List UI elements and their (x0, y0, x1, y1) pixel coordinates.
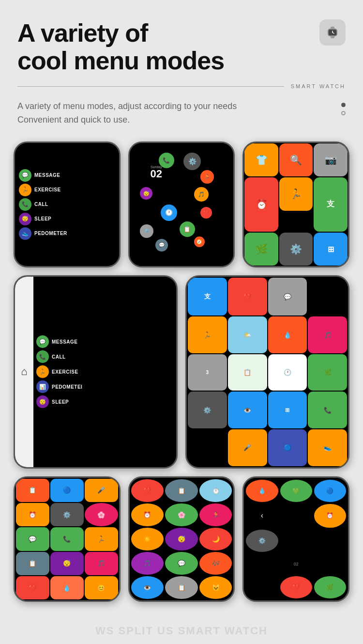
slide-label-message: MESSAGE (52, 339, 78, 345)
watch-7: ❤️ 📋 ⏱️ ⏰ 🌸 🏃 ☀️ 😴 🌙 🎵 💬 🎶 👁️ 📋 🐱 (128, 476, 235, 602)
g5-num: 3 (188, 354, 227, 391)
w7-c13: 👁️ (131, 576, 164, 599)
w6-c11: 😴 (50, 552, 84, 575)
watch-7-grid: ❤️ 📋 ⏱️ ⏰ 🌸 🏃 ☀️ 😴 🌙 🎵 💬 🎶 👁️ 📋 🐱 (130, 478, 234, 601)
watermark: WS SPLIT US SMART WATCH (0, 625, 363, 637)
w7-c5: 🌸 (165, 503, 198, 526)
slide-item-exercise: 🏃 EXERCISE (36, 365, 173, 378)
watch-row-3: 📋 🔵 🎤 ⏰ ⚙️ 🌸 💬 📞 🏃 📋 😴 🎵 ❤️ 💧 😊 (14, 476, 349, 602)
watches-grid: 💬 MESSAGE 🏃 EXERCISE 📞 CALL 😴 SLEEP (0, 127, 363, 619)
page-header: A variety of cool menu modes (0, 0, 363, 75)
pagination-dots (341, 100, 346, 115)
w8-c1: 💧 (246, 480, 278, 502)
bubble-music: 🎵 (194, 187, 209, 202)
cell-gear: ⚙️ (279, 233, 313, 265)
divider-row: SMART WATCH (0, 75, 363, 89)
slide-arrow: ⌂ (15, 277, 33, 467)
watch-4: ⌂ 💬 MESSAGE 📞 CALL 🏃 EXERC (14, 275, 178, 469)
w7-c11: 💬 (165, 552, 198, 575)
w7-c3: ⏱️ (199, 479, 232, 502)
g5-gear: ⚙️ (188, 392, 227, 428)
watch-7-screen: ❤️ 📋 ⏱️ ⏰ 🌸 🏃 ☀️ 😴 🌙 🎵 💬 🎶 👁️ 📋 🐱 (130, 478, 234, 601)
w7-c10: 🎵 (131, 552, 164, 575)
bubble-settings2: ⚙️ (140, 224, 153, 238)
w8-c7: 🌿 (314, 576, 346, 598)
w7-c15: 🐱 (199, 576, 232, 599)
menu-item-exercise: 🏃 EXERCISE (19, 184, 115, 196)
cell-search: 🔍 (279, 143, 313, 176)
w6-c10: 📋 (16, 552, 49, 575)
g5-clock: 🕐 (268, 354, 307, 391)
menu-item-message: 💬 MESSAGE (19, 169, 115, 182)
menu-label-sleep: SLEEP (34, 216, 51, 221)
watch-5-screen: 支 ❤️ 💬 🏃 🌤️ 💧 🎵 3 📋 🕐 🌿 ⚙️ 👁️ ⊞ 📞 (187, 277, 348, 467)
watch-icon-box (319, 19, 346, 46)
slide-item-sleep: 😴 SLEEP (36, 395, 173, 408)
watch-2-screen: Sunday 02 ⚙️ 📞 🏃 😴 🎵 🕐 ❤️ ⚙️ 📋 💬 🧭 (130, 143, 234, 266)
g5-grid: ⊞ (268, 392, 307, 428)
watch-1-list-menu: 💬 MESSAGE 🏃 EXERCISE 📞 CALL 😴 SLEEP (15, 143, 119, 266)
watch-6: 📋 🔵 🎤 ⏰ ⚙️ 🌸 💬 📞 🏃 📋 😴 🎵 ❤️ 💧 😊 (14, 476, 121, 602)
g5-heart: ❤️ (228, 278, 267, 316)
g5-pedo: 👟 (308, 429, 347, 466)
watch-logo-icon (325, 25, 340, 40)
w8-c3: 🔵 (314, 480, 346, 502)
watch-3: 👕 🔍 📷 ⏰ 🏃 支 🌿 ⚙️ ⊞ (242, 141, 349, 267)
w6-c8: 📞 (50, 527, 84, 550)
watch-3-grid: 👕 🔍 📷 ⏰ 🏃 支 🌿 ⚙️ ⊞ (244, 143, 348, 266)
w7-c8: 😴 (165, 528, 198, 550)
w8-blank4 (246, 554, 278, 574)
exercise-icon: 🏃 (19, 184, 31, 196)
g5-blank1 (188, 429, 227, 466)
w7-c1: ❤️ (131, 479, 164, 502)
title-block: A variety of cool menu modes (17, 19, 224, 75)
w8-blank5 (314, 554, 346, 574)
menu-label-message: MESSAGE (34, 173, 60, 178)
w6-c2: 🔵 (50, 479, 84, 502)
message-icon: 💬 (19, 169, 31, 182)
description-text: A variety of menu modes, adjust accordin… (17, 100, 269, 127)
cell-camera: 📷 (314, 143, 348, 176)
w6-c4: ⏰ (16, 503, 49, 526)
w7-c12: 🎶 (199, 552, 232, 575)
watch-8: 💧 💚 🔵 ‹ ⏰ ⚙️ 02 ❤️ 🌿 (242, 476, 349, 602)
w6-c13: ❤️ (16, 576, 49, 599)
svg-rect-3 (331, 36, 334, 38)
call-icon: 📞 (19, 198, 31, 211)
dot-inactive (341, 111, 346, 115)
watch-4-screen: ⌂ 💬 MESSAGE 📞 CALL 🏃 EXERC (15, 277, 176, 467)
w7-c9: 🌙 (199, 528, 232, 550)
cell-alarm: ⏰ (244, 177, 278, 232)
g5-dot: 🔵 (268, 429, 307, 466)
watch-1: 💬 MESSAGE 🏃 EXERCISE 📞 CALL 😴 SLEEP (14, 141, 121, 267)
watch-5: 支 ❤️ 💬 🏃 🌤️ 💧 🎵 3 📋 🕐 🌿 ⚙️ 👁️ ⊞ 📞 (185, 275, 349, 469)
g5-drop: 💧 (268, 316, 307, 353)
watch-row-2: ⌂ 💬 MESSAGE 📞 CALL 🏃 EXERC (14, 275, 349, 469)
g5-mic: 🎤 (228, 429, 267, 466)
cell-run: 🏃 (279, 177, 313, 211)
w6-c5: ⚙️ (50, 503, 84, 526)
menu-label-exercise: EXERCISE (34, 187, 61, 192)
g5-weather: 🌤️ (228, 316, 267, 353)
bubble-sleep: 😴 (140, 187, 152, 200)
cell-table: ⊞ (314, 233, 348, 265)
dot-active (341, 103, 346, 107)
bubble-pedometer: 📋 (180, 221, 195, 237)
g5-note: 📋 (228, 354, 267, 391)
w6-c7: 💬 (16, 527, 49, 550)
menu-item-sleep: 😴 SLEEP (19, 213, 115, 225)
w6-c9: 🏃 (85, 527, 118, 550)
slide-item-message: 💬 MESSAGE (36, 335, 173, 348)
watch-4-slide-menu: ⌂ 💬 MESSAGE 📞 CALL 🏃 EXERC (15, 277, 176, 467)
home-icon: ⌂ (21, 365, 27, 378)
menu-label-pedometer: PEDOMETER (34, 231, 67, 236)
slide-message-icon: 💬 (36, 335, 49, 348)
bubble-settings: ⚙️ (183, 153, 201, 170)
w8-blank1 (280, 504, 312, 528)
watch-5-grid: 支 ❤️ 💬 🏃 🌤️ 💧 🎵 3 📋 🕐 🌿 ⚙️ 👁️ ⊞ 📞 (187, 277, 348, 467)
pedometer-icon: 👟 (19, 227, 31, 240)
w7-c4: ⏰ (131, 503, 164, 526)
watch-8-screen: 💧 💚 🔵 ‹ ⏰ ⚙️ 02 ❤️ 🌿 (244, 478, 348, 601)
slide-call-icon: 📞 (36, 350, 49, 363)
sleep-icon: 😴 (19, 213, 31, 225)
